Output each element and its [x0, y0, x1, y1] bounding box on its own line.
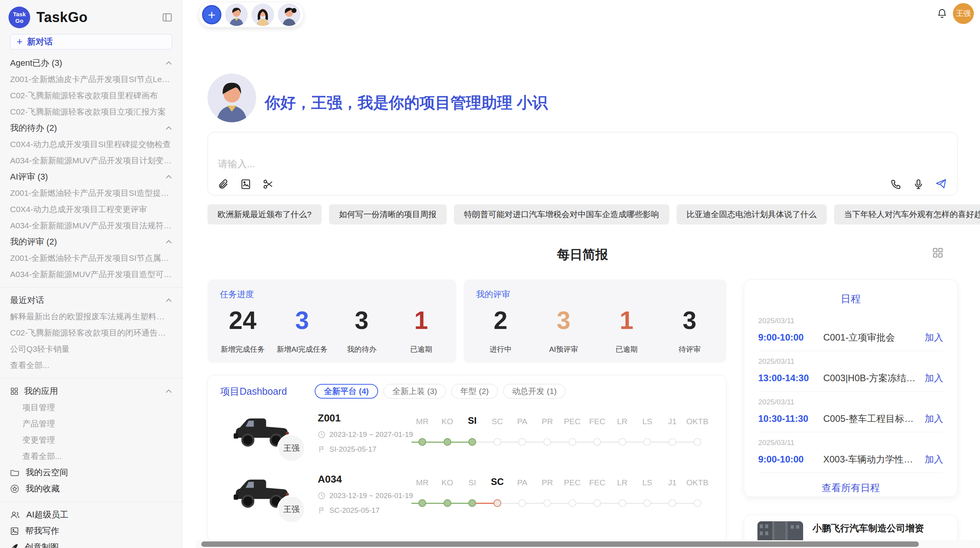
section-label: 我的应用 [24, 385, 162, 397]
project-dates: 2023-12-19 ~ 2026-01-19 [318, 491, 413, 500]
my-review-card: 我的评审 2进行中3AI预评审1已逾期3待评审 [464, 279, 726, 363]
join-link[interactable]: 加入 [925, 413, 943, 425]
sidebar-app-item[interactable]: 项目管理 [0, 399, 182, 416]
milestone-dot [444, 438, 451, 446]
milestone-dot [694, 499, 701, 507]
join-link[interactable]: 加入 [925, 331, 943, 344]
sidebar-recent-item[interactable]: 解释最新出台的欧盟报废车法规再生塑料比例被调至15%... [0, 308, 182, 325]
schedule-name: C001-立项审批会 [823, 331, 919, 344]
task-progress-stats: 24新增完成任务3新增AI完成任务3我的待办1已逾期 [213, 308, 451, 354]
divider [0, 502, 182, 502]
milestone-dot [518, 499, 526, 507]
project-code: A034 [318, 473, 413, 485]
milestone-dot [569, 438, 576, 446]
stat: 3我的待办 [332, 308, 392, 354]
stat-label: 进行中 [469, 344, 532, 354]
sidebar-toggle-icon[interactable] [161, 12, 174, 23]
scissors-icon[interactable] [262, 178, 274, 190]
milestone-dot [618, 499, 626, 507]
user-avatar[interactable]: 王强 [953, 3, 974, 24]
sidebar-link[interactable]: 我的云空间 [0, 464, 182, 481]
assistant-avatar-3[interactable] [278, 3, 300, 26]
chat-input[interactable] [217, 155, 761, 173]
suggestion-chip[interactable]: 欧洲新规最近颁布了什么? [207, 204, 322, 224]
schedule-time: 9:00-10:00 [758, 332, 823, 343]
sidebar-section-recent[interactable]: 最近对话 [0, 292, 182, 308]
project-info: A0342023-12-19 ~ 2026-01-19SC-2025-05-17 [318, 473, 413, 515]
sidebar-item[interactable]: A034-全新新能源MUV产品开发项目造型可行性评审 [0, 266, 182, 283]
section-label: AI评审 (3) [10, 171, 162, 183]
assistant-avatar-1[interactable] [225, 3, 248, 26]
plus-icon: + [17, 36, 22, 48]
milestone-dot [593, 499, 601, 507]
sidebar-link[interactable]: 我的收藏 [0, 481, 182, 497]
sidebar-item[interactable]: Z001-全新燃油皮卡产品开发项目SI节点Lesson Learn报告 [0, 71, 182, 87]
suggestion-chip[interactable]: 特朗普可能对进口汽车增税会对中国车企造成哪些影响 [454, 204, 669, 224]
sidebar-section-header-2[interactable]: AI评审 (3) [0, 169, 182, 185]
add-assistant-button[interactable]: + [202, 5, 221, 24]
schedule-row: 13:00-14:30C003|H0B-方案冻结评审加入 [758, 372, 943, 384]
milestone-dot [569, 499, 576, 507]
suggestion-chip[interactable]: 当下年轻人对汽车外观有怎样的喜好趋势 [834, 204, 980, 224]
dashboard-filter[interactable]: 动总开发 (1) [503, 384, 566, 399]
stat: 2进行中 [469, 308, 532, 354]
sidebar-item[interactable]: A034-全新新能源MUV产品开发项目计划变更表编写 [0, 152, 182, 169]
project-code: Z001 [318, 412, 413, 424]
notification-bell-icon[interactable] [937, 8, 947, 19]
horizontal-scrollbar[interactable] [195, 540, 980, 548]
sidebar-section-header-0[interactable]: Agent已办 (3) [0, 55, 182, 71]
dashboard-filter[interactable]: 全新平台 (4) [315, 384, 378, 399]
sidebar-tool[interactable]: AI超级员工 [0, 507, 182, 523]
sidebar-section-my-apps[interactable]: 我的应用 [0, 383, 182, 399]
send-icon[interactable] [935, 178, 947, 190]
sidebar-tool[interactable]: 帮我写作 [0, 523, 182, 539]
sidebar: Task Go TaskGo + 新对话 Agent已办 (3)Z001-全新燃… [0, 0, 183, 548]
stat: 3新增AI完成任务 [272, 308, 332, 354]
image-upload-icon[interactable] [240, 178, 252, 190]
sidebar-item[interactable]: Z001-全新燃油轻卡产品开发项目SI节点属性5D文件评审 [0, 250, 182, 266]
scrollbar-thumb[interactable] [201, 541, 919, 547]
sidebar-section-header-1[interactable]: 我的待办 (2) [0, 120, 182, 136]
assistant-avatar-2[interactable] [252, 3, 274, 26]
assistant-toolbar: + [199, 2, 304, 27]
sidebar-item[interactable]: C0X4-动力总成开发项目SI里程碑提交物检查 [0, 136, 182, 152]
suggestion-chip[interactable]: 比亚迪全固态电池计划具体说了什么 [677, 204, 827, 224]
sidebar-app-item[interactable]: 变更管理 [0, 432, 182, 448]
microphone-icon[interactable] [912, 178, 925, 190]
sidebar-recent-item[interactable]: C02-飞腾新能源轻客改款项目的闭环通告反馈情况 [0, 325, 182, 341]
sidebar-item[interactable]: C02-飞腾新能源轻客改款项目立项汇报方案 [0, 104, 182, 120]
schedule-entry: 2025/03/119:00-10:00X003-车辆动力学性能验...加入 [758, 432, 943, 473]
sidebar-item[interactable]: C02-飞腾新能源轻客改款项目里程碑画布 [0, 87, 182, 104]
sidebar-item[interactable]: Z001-全新燃油轻卡产品开发项目SI造型提交物评审 [0, 185, 182, 201]
dashboard-filter[interactable]: 全新上装 (3) [384, 384, 446, 399]
stat-label: 新增AI完成任务 [272, 344, 332, 354]
new-chat-button[interactable]: + 新对话 [10, 34, 172, 50]
sidebar-item[interactable]: A034-全新新能源MUV产品开发项目法规符合性评审 [0, 217, 182, 234]
sidebar-app-item[interactable]: 查看全部... [0, 448, 182, 464]
schedule-time: 13:00-14:30 [758, 373, 823, 384]
sidebar-recent-item[interactable]: 查看全部... [0, 357, 182, 373]
milestone-dot [493, 499, 501, 507]
milestone-dot [493, 438, 501, 446]
dashboard-filter[interactable]: 年型 (2) [451, 384, 498, 399]
flag-icon [318, 507, 326, 514]
task-progress-card: 任务进度 24新增完成任务3新增AI完成任务3我的待办1已逾期 [207, 279, 456, 363]
attachment-icon[interactable] [217, 178, 230, 190]
sidebar-recent-item[interactable]: 公司Q3轻卡销量 [0, 341, 182, 357]
join-link[interactable]: 加入 [925, 453, 943, 466]
greeting-text: 你好，王强，我是你的项目管理助理 小识 [265, 92, 548, 113]
sidebar-section-header-3[interactable]: 我的评审 (2) [0, 234, 182, 250]
suggestion-chip[interactable]: 如何写一份清晰的项目周报 [329, 204, 447, 224]
milestone-dot [643, 499, 651, 507]
sidebar-item[interactable]: C0X4-动力总成开发项目工程变更评审 [0, 201, 182, 217]
schedule-date: 2025/03/11 [758, 398, 943, 406]
sidebar-tool[interactable]: 创意制图 [0, 539, 182, 548]
phone-call-icon[interactable] [890, 178, 902, 190]
stat-value: 1 [391, 308, 451, 333]
layout-grid-icon[interactable] [932, 247, 944, 259]
join-link[interactable]: 加入 [925, 372, 943, 384]
view-all-schedule-link[interactable]: 查看所有日程 [744, 481, 957, 494]
section-label: Agent已办 (3) [10, 57, 162, 69]
schedule-row: 9:00-10:00X003-车辆动力学性能验...加入 [758, 453, 943, 466]
sidebar-app-item[interactable]: 产品管理 [0, 416, 182, 432]
